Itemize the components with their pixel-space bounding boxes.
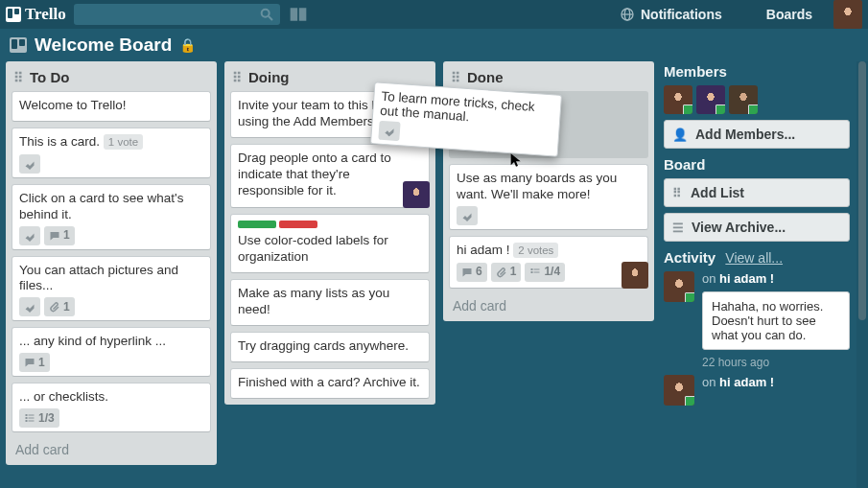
view-archive-label: View Archive...	[692, 220, 786, 235]
card[interactable]: ... or checklists. 1/3	[12, 383, 211, 432]
member-avatars	[664, 85, 850, 114]
board-sidebar: Members 👤 Add Members... Board ⠿ Add Lis…	[662, 61, 852, 406]
activity-avatar[interactable]	[664, 271, 694, 302]
user-avatar[interactable]	[833, 0, 862, 29]
board-section-heading: Board	[664, 156, 850, 173]
card-text: You can attach pictures and files...	[19, 263, 203, 295]
add-card-button[interactable]: Add card	[12, 438, 211, 459]
label-green[interactable]	[238, 221, 276, 228]
list-todo: ⠿ To Do Welcome to Trello! This is a car…	[6, 61, 217, 465]
member-avatar[interactable]	[729, 85, 758, 114]
card[interactable]: Click on a card to see what's behind it.…	[12, 184, 211, 250]
globe-icon	[620, 7, 635, 22]
search-input[interactable]	[74, 4, 280, 25]
trello-icon	[6, 7, 21, 22]
list-header[interactable]: ⠿ To Do	[12, 67, 211, 85]
list-name: To Do	[30, 69, 69, 85]
svg-rect-6	[26, 417, 28, 419]
activity-comment: Hahaha, no worries. Doesn't hurt to see …	[702, 291, 850, 350]
activity-action: on hi adam !	[702, 271, 850, 286]
card-text: Finished with a card? Archive it.	[238, 375, 422, 391]
checklist-badge: 1/3	[19, 408, 59, 428]
grip-icon: ⠿	[451, 71, 461, 84]
checklist-badge: 1/4	[525, 263, 565, 282]
notifications-button[interactable]: Notifications	[612, 7, 730, 22]
card-text: hi adam !	[457, 243, 510, 257]
activity-action: on hi adam !	[702, 375, 850, 389]
app-header: Trello Notifications Boards	[0, 0, 868, 29]
scroll-thumb[interactable]	[858, 61, 866, 320]
card-text: Click on a card to see what's behind it.	[19, 191, 203, 223]
view-all-link[interactable]: View all...	[725, 250, 783, 266]
card[interactable]: Use color-coded labels for organization	[230, 214, 430, 273]
svg-rect-13	[534, 268, 540, 269]
cursor-icon	[508, 152, 524, 168]
board-canvas: ⠿ To Do Welcome to Trello! This is a car…	[0, 61, 868, 465]
label-red[interactable]	[279, 221, 317, 228]
svg-rect-12	[531, 271, 533, 273]
dragging-card[interactable]: To learn more tricks, check out the manu…	[370, 81, 562, 157]
card-text: Drag people onto a card to indicate that…	[238, 151, 422, 199]
svg-rect-8	[29, 415, 35, 416]
card[interactable]: Welcome to Trello!	[12, 91, 211, 122]
grip-icon: ⠿	[13, 71, 24, 84]
board-header: Welcome Board 🔒	[0, 29, 868, 61]
svg-rect-5	[26, 414, 28, 416]
svg-rect-9	[29, 418, 35, 419]
board-icon	[10, 37, 27, 53]
guide-icon[interactable]	[288, 4, 309, 25]
view-archive-button[interactable]: ☰ View Archive...	[664, 213, 850, 242]
add-list-label: Add List	[691, 185, 744, 200]
attachments-badge: 1	[491, 263, 522, 282]
card-member-avatar[interactable]	[622, 262, 648, 289]
logo-text: Trello	[25, 5, 66, 24]
card[interactable]: Try dragging cards anywhere.	[230, 332, 430, 362]
activity-time: 22 hours ago	[702, 356, 850, 369]
card-text: ... any kind of hyperlink ...	[19, 334, 203, 350]
desc-badge	[19, 297, 40, 316]
card-text: Make as many lists as you need!	[238, 286, 422, 318]
card[interactable]: Finished with a card? Archive it.	[230, 368, 430, 399]
list-name: Done	[467, 69, 504, 85]
logo[interactable]: Trello	[6, 5, 66, 24]
card[interactable]: Use as many boards as you want. We'll ma…	[449, 164, 648, 230]
activity-avatar[interactable]	[664, 375, 694, 406]
add-card-button[interactable]: Add card	[449, 294, 648, 315]
svg-rect-7	[26, 420, 28, 422]
desc-badge	[457, 206, 478, 225]
member-avatar[interactable]	[696, 85, 725, 114]
card[interactable]: Make as many lists as you need!	[230, 279, 430, 326]
board-title[interactable]: Welcome Board	[35, 35, 172, 56]
add-list-button[interactable]: ⠿ Add List	[664, 178, 850, 207]
search-icon	[259, 7, 274, 22]
person-icon: 👤	[672, 128, 688, 142]
svg-rect-10	[29, 421, 35, 422]
boards-button[interactable]: Boards	[738, 7, 820, 22]
svg-rect-11	[531, 268, 533, 270]
desc-badge	[19, 154, 40, 174]
boards-icon	[745, 8, 761, 21]
grip-icon: ⠿	[672, 187, 683, 199]
card[interactable]: This is a card. 1 vote	[12, 128, 211, 178]
boards-label: Boards	[766, 7, 812, 22]
lock-icon[interactable]: 🔒	[179, 37, 196, 53]
desc-badge	[378, 121, 400, 141]
activity-heading: Activity View all...	[664, 249, 850, 266]
add-members-button[interactable]: 👤 Add Members...	[664, 120, 850, 149]
list-header[interactable]: ⠿ Done	[449, 67, 648, 85]
card-text: Use as many boards as you want. We'll ma…	[457, 171, 641, 203]
comments-badge: 1	[44, 226, 75, 245]
scrollbar[interactable]	[856, 61, 868, 488]
card[interactable]: Drag people onto a card to indicate that…	[230, 144, 430, 209]
card-text: ... or checklists.	[19, 389, 203, 406]
card-text: Welcome to Trello!	[19, 98, 203, 114]
comments-badge: 1	[19, 353, 50, 372]
card[interactable]: hi adam ! 2 votes 6 1 1/4	[449, 236, 648, 289]
activity-item: on hi adam ! Hahaha, no worries. Doesn't…	[664, 271, 850, 369]
member-avatar[interactable]	[664, 85, 692, 114]
card[interactable]: ... any kind of hyperlink ... 1	[12, 327, 211, 377]
card[interactable]: You can attach pictures and files... 1	[12, 256, 211, 322]
add-members-label: Add Members...	[695, 127, 795, 142]
card-member-avatar[interactable]	[403, 181, 430, 208]
card-labels	[238, 221, 422, 228]
